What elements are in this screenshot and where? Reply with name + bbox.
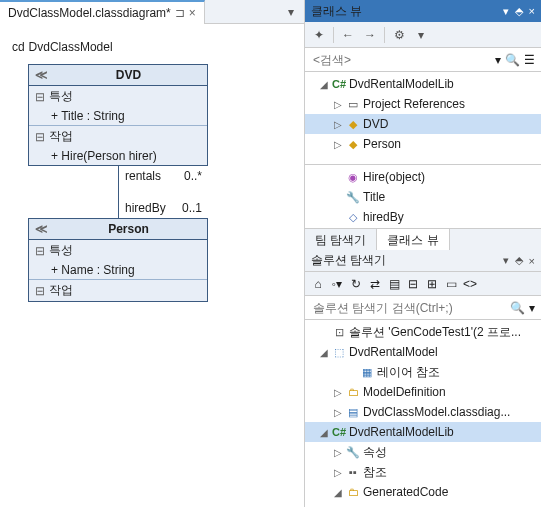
close-icon[interactable]: × — [529, 5, 535, 17]
expand-icon[interactable]: ▷ — [331, 387, 345, 398]
search-icon[interactable]: 🔍 — [505, 53, 520, 67]
assoc-mult: 0..* — [184, 169, 202, 183]
sync-icon[interactable]: ⇄ — [368, 277, 382, 291]
showall-icon[interactable]: ▤ — [387, 277, 401, 291]
solexp-titlebar[interactable]: 솔루션 탐색기 ▾ ⬘ × — [305, 250, 541, 272]
code-icon[interactable]: <> — [463, 277, 477, 291]
field-icon: ◇ — [345, 211, 361, 224]
collapse-icon[interactable]: ≪ — [35, 68, 48, 82]
properties-icon[interactable]: ⊞ — [425, 277, 439, 291]
expand-icon[interactable]: ◢ — [317, 347, 331, 358]
collapse-icon[interactable]: ≪ — [35, 222, 48, 236]
tab-label: DvdClassModel.classdiagram* — [8, 6, 171, 20]
tab-dropdown-icon[interactable]: ▾ — [282, 3, 300, 21]
expand-icon[interactable]: ◢ — [331, 487, 345, 498]
references-icon: ▪▪ — [345, 466, 361, 478]
wrench-icon: 🔧 — [345, 446, 361, 459]
diagram-canvas[interactable]: cd DvdClassModel ≪DVD ⊟특성 + Title : Stri… — [0, 24, 304, 507]
diagram-icon: ▤ — [345, 406, 361, 419]
tree-node-solution[interactable]: ⊡솔루션 'GenCodeTest1'(2 프로... — [305, 322, 541, 342]
back-icon[interactable]: ← — [340, 28, 356, 42]
panel-title-label: 솔루션 탐색기 — [311, 252, 386, 269]
tree-node-references[interactable]: ▷▭Project References — [305, 94, 541, 114]
section-header: 작업 — [49, 128, 73, 145]
expand-icon[interactable]: ▷ — [331, 467, 345, 478]
expand-icon[interactable]: ◢ — [317, 427, 331, 438]
dropdown-icon[interactable]: ▾ — [413, 28, 429, 42]
pin-icon[interactable]: ⬘ — [515, 254, 523, 267]
classview-subtabs: 팀 탐색기 클래스 뷰 — [305, 228, 541, 250]
classview-members: ◉Hire(object) 🔧Title ◇hiredBy — [305, 164, 541, 228]
tree-node-diagram-file[interactable]: ▷▤DvdClassModel.classdiag... — [305, 402, 541, 422]
dropdown-icon[interactable]: ▾ — [503, 5, 509, 18]
expand-icon[interactable]: ◢ — [317, 79, 331, 90]
dropdown-icon[interactable]: ▾ — [503, 254, 509, 267]
tree-node-project[interactable]: ◢C#DvdRentalModelLib — [305, 74, 541, 94]
classview-search: ▾ 🔍 ☰ — [305, 48, 541, 72]
class-dvd[interactable]: ≪DVD ⊟특성 + Title : String ⊟작업 + Hire(Per… — [28, 64, 208, 166]
minus-icon[interactable]: ⊟ — [35, 90, 45, 104]
close-icon[interactable]: × — [189, 6, 196, 20]
member-property[interactable]: 🔧Title — [305, 187, 541, 207]
operation-row[interactable]: + Hire(Person hirer) — [29, 147, 207, 165]
dropdown-icon[interactable]: ▾ — [495, 53, 501, 67]
section-header: 특성 — [49, 242, 73, 259]
csharp-icon: C# — [331, 78, 347, 90]
expand-icon[interactable]: ▷ — [331, 119, 345, 130]
property-row[interactable]: + Title : String — [29, 107, 207, 125]
tree-node-class-dvd[interactable]: ▷◆DVD — [305, 114, 541, 134]
minus-icon[interactable]: ⊟ — [35, 244, 45, 258]
tab-class-view[interactable]: 클래스 뷰 — [377, 229, 449, 250]
document-tab[interactable]: DvdClassModel.classdiagram* ⊐ × — [0, 0, 205, 24]
member-method[interactable]: ◉Hire(object) — [305, 167, 541, 187]
class-person[interactable]: ≪Person ⊟특성 + Name : String ⊟작업 — [28, 218, 208, 302]
expand-icon[interactable]: ▷ — [331, 447, 345, 458]
association-line[interactable]: rentals0..* hiredBy0..1 — [118, 166, 208, 218]
tree-node-file-cs[interactable]: C#DVD.cs — [305, 502, 541, 507]
tree-node-project-lib[interactable]: ◢C#DvdRentalModelLib — [305, 422, 541, 442]
member-field[interactable]: ◇hiredBy — [305, 207, 541, 227]
collapse-icon[interactable]: ⊟ — [406, 277, 420, 291]
pin-icon[interactable]: ⬘ — [515, 5, 523, 18]
tree-node-layer-refs[interactable]: ▦레이어 참조 — [305, 362, 541, 382]
tree-node-folder[interactable]: ◢🗀GeneratedCode — [305, 482, 541, 502]
search-icon[interactable]: 🔍 — [510, 301, 525, 315]
class-name: Person — [56, 222, 201, 236]
pin-icon[interactable]: ⊐ — [175, 6, 185, 20]
property-row[interactable]: + Name : String — [29, 261, 207, 279]
tree-node-project[interactable]: ◢⬚DvdRentalModel — [305, 342, 541, 362]
expand-icon[interactable]: ▷ — [331, 139, 345, 150]
search-input[interactable] — [311, 299, 506, 317]
section-header: 특성 — [49, 88, 73, 105]
tree-node-folder[interactable]: ▷🗀ModelDefinition — [305, 382, 541, 402]
preview-icon[interactable]: ▭ — [444, 277, 458, 291]
class-name: DVD — [56, 68, 201, 82]
new-folder-icon[interactable]: ✦ — [311, 28, 327, 42]
refresh-icon[interactable]: ↻ — [349, 277, 363, 291]
settings-icon[interactable]: ⚙ — [391, 28, 407, 42]
expand-icon[interactable]: ▷ — [331, 407, 345, 418]
solution-icon: ⊡ — [331, 326, 347, 339]
forward-icon[interactable]: → — [362, 28, 378, 42]
tree-node-references[interactable]: ▷▪▪참조 — [305, 462, 541, 482]
minus-icon[interactable]: ⊟ — [35, 130, 45, 144]
dropdown-icon[interactable]: ▾ — [529, 301, 535, 315]
minus-icon[interactable]: ⊟ — [35, 284, 45, 298]
tree-node-properties[interactable]: ▷🔧속성 — [305, 442, 541, 462]
solexp-search: 🔍 ▾ — [305, 296, 541, 320]
tree-node-class-person[interactable]: ▷◆Person — [305, 134, 541, 154]
home-icon[interactable]: ⌂ — [311, 277, 325, 291]
options-icon[interactable]: ◦▾ — [330, 277, 344, 291]
tab-team-explorer[interactable]: 팀 탐색기 — [305, 229, 377, 250]
folder-icon: 🗀 — [345, 486, 361, 498]
filter-icon[interactable]: ☰ — [524, 53, 535, 67]
expand-icon[interactable]: ▷ — [331, 99, 345, 110]
search-input[interactable] — [311, 51, 491, 69]
classview-tree: ◢C#DvdRentalModelLib ▷▭Project Reference… — [305, 72, 541, 164]
class-icon: ◆ — [345, 118, 361, 131]
references-icon: ▭ — [345, 98, 361, 111]
assoc-mult: 0..1 — [182, 201, 202, 215]
close-icon[interactable]: × — [529, 255, 535, 267]
assoc-label: hiredBy — [125, 201, 166, 215]
classview-titlebar[interactable]: 클래스 뷰 ▾ ⬘ × — [305, 0, 541, 22]
